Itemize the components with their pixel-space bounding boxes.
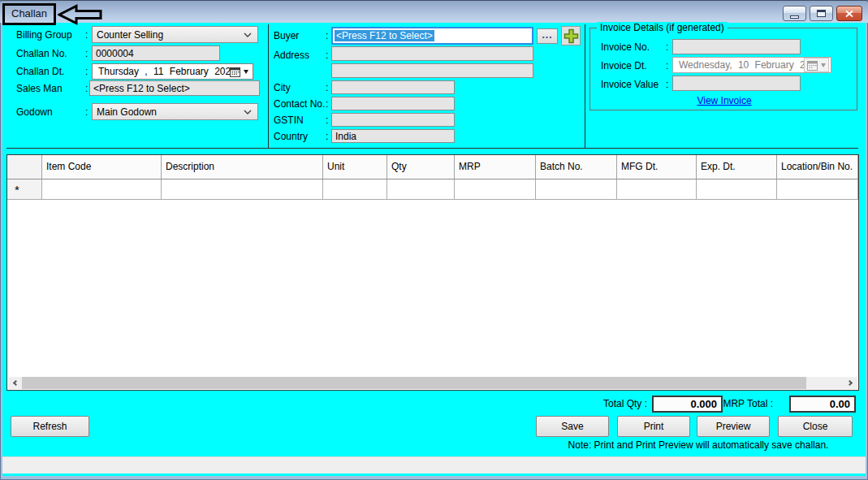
separator-vertical-right — [585, 24, 585, 148]
maximize-icon — [817, 10, 826, 17]
godown-value: Main Godown — [97, 106, 157, 118]
invoice-value-label: Invoice Value — [601, 79, 659, 90]
horizontal-scrollbar[interactable] — [8, 377, 857, 389]
items-grid: Item Code Description Unit Qty MRP Batch… — [6, 154, 859, 391]
print-button-label: Print — [644, 421, 664, 432]
godown-label: Godown — [16, 106, 53, 118]
chevron-down-icon[interactable] — [244, 70, 248, 74]
billing-group-label: Billing Group — [16, 29, 72, 41]
col-header-label: Item Code — [46, 162, 91, 172]
scroll-left-button[interactable] — [8, 377, 22, 389]
total-qty-box: 0.000 — [652, 396, 723, 413]
grid-cell-mrp[interactable] — [455, 179, 536, 200]
contact-no-field[interactable] — [331, 97, 455, 110]
minimize-button[interactable] — [783, 6, 806, 21]
mrp-total-label: MRP Total : — [715, 398, 773, 409]
mrp-total-value: 0.00 — [830, 398, 850, 410]
invoice-no-field[interactable] — [672, 39, 801, 54]
grid-cell-qty[interactable] — [387, 179, 455, 200]
sales-man-field[interactable]: <Press F12 to Select> — [89, 80, 260, 96]
invoice-details-group-title: Invoice Details (if generated) — [597, 22, 728, 33]
new-row-header[interactable]: * — [7, 179, 42, 200]
city-field[interactable] — [331, 80, 455, 94]
print-button[interactable]: Print — [617, 416, 690, 437]
save-button-label: Save — [561, 421, 583, 432]
grid-cell-mfg-dt[interactable] — [617, 179, 697, 200]
add-buyer-button[interactable] — [561, 26, 581, 45]
country-field[interactable]: India — [331, 129, 455, 143]
col-header-mfg-dt[interactable]: MFG Dt. — [617, 155, 697, 179]
minimize-icon — [790, 15, 799, 19]
close-button[interactable]: Close — [778, 416, 853, 437]
col-header-label: MRP — [459, 162, 481, 172]
total-qty-label: Total Qty : — [560, 398, 647, 409]
buyer-browse-button[interactable]: ... — [537, 28, 558, 44]
gstin-field[interactable] — [331, 113, 455, 127]
col-header-batch-no[interactable]: Batch No. — [536, 155, 617, 179]
separator-horizontal — [6, 148, 858, 149]
scroll-right-button[interactable] — [844, 377, 857, 389]
billing-group-select[interactable]: Counter Selling — [92, 26, 258, 43]
grid-cell-unit[interactable] — [323, 179, 387, 200]
maximize-button[interactable] — [810, 6, 833, 21]
buyer-field[interactable]: <Press F12 to Select> — [331, 27, 533, 45]
chevron-left-icon — [13, 380, 19, 386]
colon: : — [85, 48, 88, 59]
grid-cell-description[interactable] — [162, 179, 323, 200]
godown-select[interactable]: Main Godown — [92, 103, 258, 120]
country-label: Country — [274, 131, 308, 142]
col-header-label: Description — [166, 162, 214, 172]
close-icon — [844, 10, 854, 18]
invoice-date-picker: Wednesday, 10 February 2021 — [672, 57, 831, 73]
view-invoice-link[interactable]: View Invoice — [682, 95, 767, 106]
calendar-icon — [807, 60, 818, 71]
mrp-total-box: 0.00 — [789, 396, 856, 413]
grid-cell-item-code[interactable] — [42, 179, 162, 200]
col-header-exp-dt[interactable]: Exp. Dt. — [697, 155, 777, 179]
separator-vertical-left — [268, 24, 269, 148]
sales-man-label: Sales Man — [16, 83, 63, 94]
billing-group-value: Counter Selling — [97, 29, 163, 41]
invoice-date-value: Wednesday, 10 February 2021 — [673, 59, 804, 71]
col-header-mrp[interactable]: MRP — [455, 155, 536, 179]
col-header-label: MFG Dt. — [621, 162, 658, 172]
grid-cell-exp-dt[interactable] — [697, 179, 777, 200]
col-header-item-code[interactable]: Item Code — [42, 155, 162, 179]
grid-corner-header[interactable] — [7, 155, 42, 179]
challan-no-field[interactable]: 0000004 — [92, 45, 220, 61]
preview-button[interactable]: Preview — [697, 416, 770, 437]
refresh-button[interactable]: Refresh — [11, 416, 89, 437]
scrollbar-thumb[interactable] — [22, 377, 806, 389]
col-header-description[interactable]: Description — [162, 155, 323, 179]
window-controls — [783, 6, 862, 21]
colon: : — [666, 60, 668, 71]
address-line1-field[interactable] — [331, 46, 533, 61]
city-label: City — [274, 82, 291, 93]
country-value: India — [335, 131, 356, 142]
col-header-label: Unit — [327, 162, 344, 172]
colon: : — [326, 50, 328, 61]
calendar-icon — [230, 67, 240, 77]
col-header-location-bin[interactable]: Location/Bin No. — [777, 155, 858, 179]
sales-man-value: <Press F12 to Select> — [93, 83, 190, 94]
close-window-button[interactable] — [836, 6, 862, 21]
annotation-arrow-icon — [58, 4, 103, 25]
col-header-label: Exp. Dt. — [701, 162, 736, 172]
invoice-dt-label: Invoice Dt. — [601, 60, 647, 71]
invoice-value-field[interactable] — [672, 76, 801, 91]
buyer-label: Buyer — [274, 30, 299, 41]
challan-date-picker[interactable]: Thursday , 11 February 2021 — [92, 63, 253, 80]
col-header-qty[interactable]: Qty — [387, 155, 455, 179]
col-header-unit[interactable]: Unit — [323, 155, 387, 179]
grid-cell-batch-no[interactable] — [536, 179, 617, 200]
contact-no-label: Contact No. — [274, 98, 325, 110]
status-bar — [2, 456, 866, 474]
colon: : — [326, 82, 328, 93]
titlebar[interactable]: Challan — [0, 0, 868, 23]
grid-cell-location-bin[interactable] — [777, 179, 858, 200]
address-line2-field[interactable] — [331, 63, 533, 78]
col-header-label: Batch No. — [540, 162, 583, 172]
save-button[interactable]: Save — [536, 416, 609, 437]
chevron-down-icon — [244, 110, 252, 115]
colon: : — [666, 41, 668, 53]
